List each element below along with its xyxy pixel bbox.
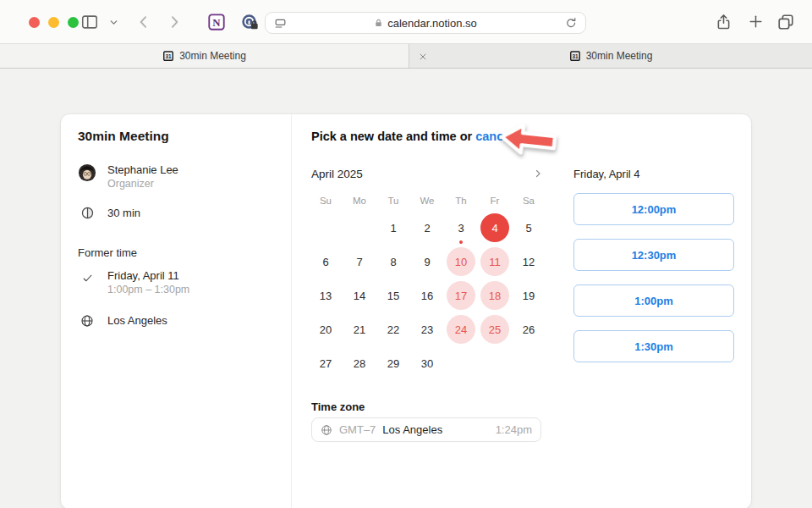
time-slot-button[interactable]: 1:00pm bbox=[573, 284, 734, 317]
browser-toolbar: N bbox=[0, 0, 812, 44]
timezone-label: Time zone bbox=[311, 400, 365, 413]
sidebar-toggle-icon[interactable] bbox=[80, 13, 99, 31]
location-row: Los Angeles bbox=[78, 314, 167, 328]
calendar-empty-cell bbox=[343, 211, 376, 245]
reload-icon[interactable] bbox=[565, 17, 578, 33]
organizer-name: Stephanie Lee bbox=[107, 163, 178, 177]
weekday-label: Su bbox=[309, 194, 343, 207]
svg-text:N: N bbox=[212, 17, 221, 29]
calendar-day: 2 bbox=[410, 211, 444, 245]
calendar-day: 6 bbox=[309, 245, 343, 279]
chevron-down-icon[interactable] bbox=[108, 17, 119, 28]
calendar-day: 16 bbox=[410, 279, 444, 312]
calendar-day: 15 bbox=[376, 279, 410, 312]
tab-active[interactable]: 31 30min Meeting bbox=[0, 44, 409, 68]
tab-inactive[interactable]: 31 30min Meeting bbox=[409, 44, 812, 68]
calendar-day: 9 bbox=[410, 245, 444, 279]
booking-card: 30min Meeting Stephanie Lee Orga bbox=[61, 114, 751, 508]
meeting-title: 30min Meeting bbox=[78, 129, 169, 144]
timezone-selector[interactable]: GMT–7 Los Angeles 1:24pm bbox=[311, 417, 541, 442]
window-controls bbox=[29, 17, 79, 28]
calendar-day: 5 bbox=[512, 211, 546, 245]
meeting-duration: 30 min bbox=[107, 207, 140, 220]
calendar-day: 13 bbox=[309, 279, 343, 312]
calendar-empty-cell bbox=[309, 211, 343, 245]
calendar-day[interactable]: 18 bbox=[478, 279, 512, 312]
tab-title: 30min Meeting bbox=[586, 50, 653, 62]
calendar-grid: 1234567891011121314151617181920212223242… bbox=[309, 211, 546, 380]
globe-icon bbox=[321, 424, 332, 436]
weekday-label: Sa bbox=[512, 194, 546, 207]
page-settings-icon[interactable] bbox=[273, 17, 288, 34]
slot-list: 12:00pm12:30pm1:00pm1:30pm bbox=[573, 193, 734, 362]
close-window-button[interactable] bbox=[29, 17, 40, 28]
former-time-range: 1:00pm – 1:30pm bbox=[107, 283, 189, 296]
new-tab-icon[interactable] bbox=[748, 14, 764, 30]
weekday-label: Mo bbox=[343, 194, 376, 207]
meeting-location: Los Angeles bbox=[107, 314, 167, 328]
calendar-day: 8 bbox=[376, 245, 410, 279]
former-time-label: Former time bbox=[78, 246, 137, 259]
calendar-day[interactable]: 4 bbox=[478, 211, 512, 245]
tab-close-icon[interactable] bbox=[416, 50, 429, 63]
tab-favicon-calendar-icon: 31 bbox=[569, 50, 581, 62]
check-icon bbox=[78, 269, 96, 284]
calendar-day: 22 bbox=[376, 312, 410, 346]
timezone-current-time: 1:24pm bbox=[496, 423, 532, 436]
tab-title: 30min Meeting bbox=[179, 50, 246, 62]
share-icon[interactable] bbox=[715, 13, 732, 31]
calendar-day: 3 bbox=[444, 211, 478, 245]
back-button[interactable] bbox=[135, 14, 152, 30]
annotation-arrow-icon bbox=[497, 117, 561, 162]
weekday-label: Tu bbox=[376, 194, 410, 207]
calendar-day[interactable]: 10 bbox=[444, 245, 478, 279]
browser-window: N bbox=[0, 0, 812, 508]
time-slot-button[interactable]: 12:30pm bbox=[573, 239, 734, 271]
calendar-day: 12 bbox=[512, 245, 546, 279]
address-bar[interactable]: calendar.notion.so bbox=[265, 12, 586, 34]
calendar-day: 19 bbox=[512, 279, 546, 312]
calendar-day[interactable]: 11 bbox=[478, 245, 512, 279]
header-text: Pick a new date and time or bbox=[311, 130, 472, 143]
tab-favicon-calendar-icon: 31 bbox=[162, 50, 174, 62]
calendar-day: 7 bbox=[343, 245, 376, 279]
calendar-day: 20 bbox=[309, 312, 343, 346]
organizer-row: Stephanie Lee Organizer bbox=[78, 163, 178, 190]
slot-date-label: Friday, April 4 bbox=[573, 168, 640, 180]
forward-button[interactable] bbox=[166, 14, 183, 30]
weekday-label: Fr bbox=[478, 194, 512, 207]
calendar-day: 26 bbox=[512, 312, 546, 346]
calendar-day: 28 bbox=[343, 346, 376, 380]
calendar-day: 1 bbox=[376, 211, 410, 245]
tab-bar: 31 30min Meeting 31 30min Meeting bbox=[0, 44, 812, 69]
next-month-icon[interactable] bbox=[530, 166, 546, 181]
time-slot-button[interactable]: 12:00pm bbox=[573, 193, 734, 225]
weekday-row: SuMoTuWeThFrSa bbox=[309, 194, 546, 207]
calendar-day: 30 bbox=[410, 346, 444, 380]
password-manager-icon[interactable] bbox=[240, 13, 259, 31]
month-label: April 2025 bbox=[311, 168, 363, 180]
calendar-day: 14 bbox=[343, 279, 376, 312]
calendar-day: 29 bbox=[376, 346, 410, 380]
former-time-row: Friday, April 11 1:00pm – 1:30pm bbox=[78, 269, 189, 296]
globe-icon bbox=[78, 314, 96, 328]
timezone-offset: GMT–7 bbox=[339, 423, 376, 436]
meeting-info-panel: 30min Meeting Stephanie Lee Orga bbox=[61, 114, 292, 508]
duration-row: 30 min bbox=[78, 206, 140, 220]
calendar-day[interactable]: 25 bbox=[478, 312, 512, 346]
weekday-label: We bbox=[410, 194, 444, 207]
url-text: calendar.notion.so bbox=[387, 17, 477, 30]
organizer-role: Organizer bbox=[107, 177, 178, 190]
calendar-day[interactable]: 17 bbox=[444, 279, 478, 312]
month-header: April 2025 bbox=[311, 166, 546, 181]
minimize-window-button[interactable] bbox=[48, 17, 59, 28]
calendar-day: 27 bbox=[309, 346, 343, 380]
timezone-city: Los Angeles bbox=[382, 423, 442, 436]
svg-text:31: 31 bbox=[572, 53, 579, 59]
zoom-window-button[interactable] bbox=[68, 17, 79, 28]
time-slot-button[interactable]: 1:30pm bbox=[573, 330, 734, 362]
tab-overview-icon[interactable] bbox=[776, 13, 795, 31]
calendar-day[interactable]: 24 bbox=[444, 312, 478, 346]
page-content: 30min Meeting Stephanie Lee Orga bbox=[0, 69, 812, 508]
notion-extension-icon[interactable]: N bbox=[207, 13, 226, 31]
